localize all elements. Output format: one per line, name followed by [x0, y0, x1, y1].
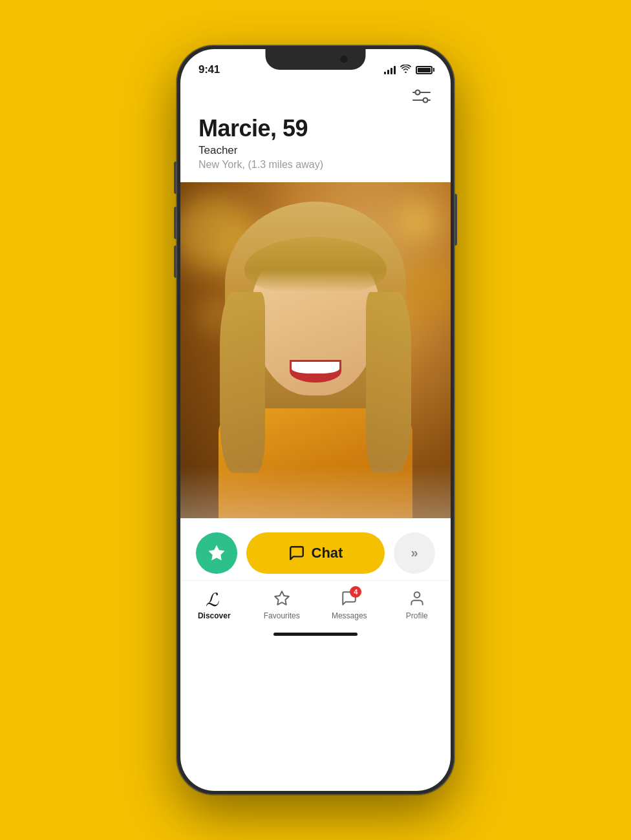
- nav-item-profile[interactable]: Profile: [391, 589, 443, 620]
- skip-icon: »: [411, 545, 418, 560]
- profile-name: Marcie, 59: [198, 116, 433, 142]
- filter-icon: [412, 89, 431, 103]
- svg-point-3: [423, 98, 428, 103]
- action-area: Chat »: [180, 518, 451, 580]
- signal-icon: [384, 65, 396, 74]
- wifi-icon: [400, 65, 411, 75]
- svg-text:ℒ: ℒ: [206, 590, 219, 607]
- profile-location: New York, (1.3 miles away): [198, 159, 433, 171]
- notch: [266, 49, 366, 70]
- svg-point-6: [414, 592, 420, 598]
- profile-info: Marcie, 59 Teacher New York, (1.3 miles …: [180, 110, 451, 182]
- status-time: 9:41: [198, 63, 220, 76]
- nav-item-discover[interactable]: ℒ Discover: [188, 589, 240, 620]
- phone-screen: 9:41: [180, 49, 451, 791]
- chat-button-label: Chat: [312, 545, 343, 562]
- star-icon: [207, 543, 226, 563]
- battery-icon: [416, 66, 433, 74]
- messages-badge: 4: [350, 586, 361, 598]
- home-indicator: [180, 625, 451, 644]
- svg-marker-5: [275, 591, 289, 605]
- favourites-icon: [272, 589, 292, 608]
- skip-button[interactable]: »: [394, 532, 435, 574]
- chat-bubble-icon: [288, 545, 305, 562]
- notch-camera: [341, 56, 348, 63]
- phone-frame: 9:41: [176, 45, 455, 795]
- battery-fill: [418, 68, 431, 72]
- home-bar: [273, 633, 358, 636]
- settings-icon-wrap: [180, 81, 451, 110]
- nav-item-favourites[interactable]: Favourites: [256, 589, 308, 620]
- bottom-nav: ℒ Discover Favourites: [180, 580, 451, 625]
- profile-icon: [407, 589, 427, 608]
- nav-item-messages[interactable]: 4 Messages: [323, 589, 375, 620]
- profile-job: Teacher: [198, 144, 433, 157]
- profile-photo[interactable]: [180, 182, 451, 518]
- messages-icon: 4: [339, 589, 359, 608]
- nav-label-discover: Discover: [198, 611, 231, 620]
- nav-label-messages: Messages: [332, 611, 367, 620]
- discover-icon: ℒ: [204, 589, 224, 608]
- status-icons: [384, 65, 433, 75]
- favourite-button[interactable]: [196, 532, 237, 574]
- settings-button[interactable]: [409, 87, 434, 108]
- nav-label-favourites: Favourites: [264, 611, 300, 620]
- chat-button[interactable]: Chat: [246, 532, 385, 574]
- nav-label-profile: Profile: [406, 611, 428, 620]
- svg-point-2: [416, 90, 420, 95]
